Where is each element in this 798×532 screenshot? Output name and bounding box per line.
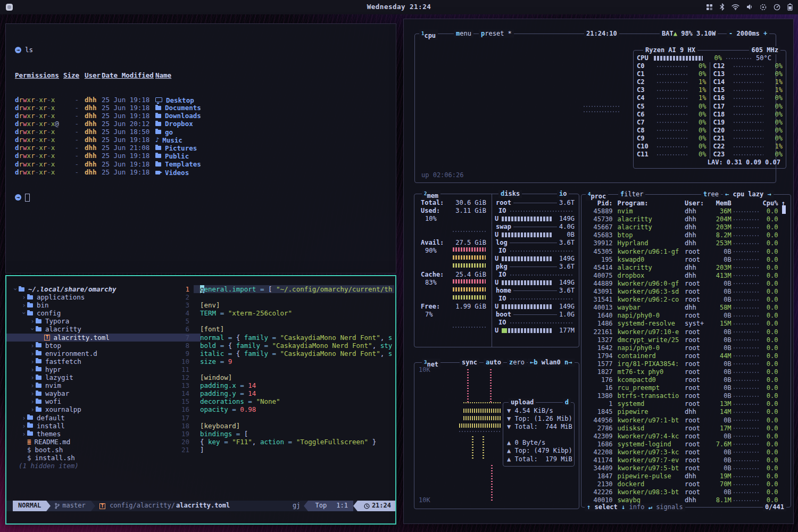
proc-filter-button[interactable]: filter [618,190,645,198]
code-line[interactable]: 17 [6,414,395,422]
net-sync-toggle[interactable]: sync [460,359,479,367]
code-line[interactable]: 13padding.x = 14 [6,381,395,389]
code-line[interactable]: 15decorations = "None" [6,397,395,405]
process-row[interactable]: 1845pipewiredhh14M0.0 [581,408,791,416]
process-row[interactable]: 1577irq/81-PIXA3854:root0B0.0 [581,360,791,368]
process-row[interactable]: 34409kworker/u97:5-btroot0B0.0 [581,464,791,472]
net-zero-toggle[interactable]: zero [507,359,527,367]
process-row[interactable]: 45889nvimdhh36M0.0 [581,207,791,215]
cpu-core-row: C160% [710,94,786,102]
process-row[interactable]: 45305kworker/u96:1-gfroot0B0.0 [581,248,791,256]
updates-icon[interactable] [706,4,713,11]
process-row[interactable]: 1794containerdroot44M0.0 [581,352,791,360]
code-line[interactable]: 6[font] [6,325,395,333]
io-label[interactable]: io [557,190,569,198]
process-row[interactable]: 42309kworker/u97:4-kcroot0B0.0 [581,433,791,440]
process-row[interactable]: 1640napi/phy0-0root0B0.0 [581,312,791,320]
cpu-core-row: C10% [634,70,710,78]
volume-icon[interactable] [746,4,753,10]
net-graph-band [463,416,501,420]
process-row[interactable]: 1642napi/phy0-0root0B0.0 [581,344,791,352]
ls-file-row: drwxr-xr-x-dhh25 Jun 19:18Public [15,152,390,160]
code-line[interactable]: 21] [6,446,395,454]
code-line[interactable]: 12[window] [6,373,395,381]
monitor-icon [155,97,162,102]
code-line[interactable]: 7normal = { family = "CaskaydiaMono Nerd… [6,334,395,342]
cpu-total-meter [654,56,703,61]
tab-cpu[interactable]: 1cpu [419,30,438,40]
process-row[interactable]: 44889kworker/u96:0-gfroot0B0.0 [581,280,791,288]
file-path-segment: T config/alacritty/alacritty.toml [91,501,230,511]
neovim-window[interactable]: ›~/.local/share/omarchy›applications›bin… [5,275,396,525]
terminal-window-ls[interactable]: →ls PermissionsSizeUserDate ModifiedName… [5,23,396,273]
wifi-icon[interactable] [732,4,739,10]
code-line[interactable]: 11 [6,365,395,373]
net-interface-switcher[interactable]: ←b wlan0 n→ [528,359,575,367]
proc-sort-control[interactable]: ← cpu lazy → [723,190,774,198]
code-line[interactable]: 1general.import = [ "~/.config/omarchy/c… [6,285,395,293]
process-row[interactable]: 43091kworker/u96:3-sdroot0B0.0 [581,288,791,296]
process-row[interactable]: 1847pipewire-pulsedhh19M0.0 [581,472,791,480]
record-icon[interactable] [760,4,767,11]
cursor-position: 1:1 [336,502,348,510]
cpu-core-row: C110% [634,151,710,159]
process-row[interactable]: 41174kworker/u97:7-evroot0B0.0 [581,456,791,464]
proc-scrollbar[interactable] [782,205,786,214]
process-row[interactable]: 2786udisksdroot17M0.0 [581,425,791,433]
net-auto-toggle[interactable]: auto [484,359,503,367]
process-row[interactable]: 1486systemd-resolvesyst+15M0.0 [581,320,791,328]
code-line[interactable]: 3[env] [6,301,395,309]
process-row[interactable]: 22161kworker/u97:10-eroot0B0.0 [581,328,791,336]
code-line[interactable]: 2 [6,293,395,301]
process-row[interactable]: 31541kworker/u96:2-coroot0B0.0 [581,296,791,304]
code-line[interactable]: 16opacity = 0.98 [6,405,395,413]
update-interval-control[interactable]: - 2000ms + [727,30,769,38]
process-row[interactable]: 39912Hyprlanddhh253M0.0 [581,239,791,247]
load-average: LAV: 0.31 0.09 0.07 [634,159,786,167]
tree-item-install.sh[interactable]: $install.sh [6,454,182,462]
process-row[interactable]: 1327dmcrypt_write/25root0B0.0 [581,336,791,344]
process-row[interactable]: 2130dockerdroot70M0.0 [581,480,791,488]
code-line[interactable]: 20{ key = "F11", action = "ToggleFullscr… [6,438,395,446]
process-row[interactable]: 1827mt76-tx phy0root0B0.0 [581,368,791,376]
code-line[interactable]: 4TERM = "xterm-256color" [6,309,395,317]
process-row[interactable]: 42208kworker/u97:3-kcroot0B0.0 [581,448,791,456]
net-upload-spike [483,436,484,460]
cpu-core-row: C50% [634,103,710,111]
process-row[interactable]: 40013waybardhh58M0.0 [581,304,791,312]
gauge-icon[interactable] [774,4,780,11]
process-row[interactable]: 195kswapd0root0B0.0 [581,256,791,264]
btop-window[interactable]: 1cpu menu preset * 21:24:10 BAT▲ 98% 3.1… [403,19,794,524]
bluetooth-icon[interactable] [720,3,725,11]
git-branch-segment[interactable]: master [46,501,90,511]
battery-icon[interactable] [787,3,793,11]
process-row[interactable]: 45414alacrittydhh203M0.0 [581,264,791,272]
proc-tree-toggle[interactable]: tree [701,190,721,198]
code-line[interactable]: 9italic = { family = "CaskaydiaMono Nerd… [6,350,395,358]
editor-buffer[interactable]: 1general.import = [ "~/.config/omarchy/c… [6,285,395,454]
code-line[interactable]: 14padding.y = 14 [6,389,395,397]
process-row[interactable]: 44956kworker/u97:1-btroot0B0.0 [581,417,791,425]
process-row[interactable]: 45683btopdhh8.2M0.0 [581,231,791,239]
process-row[interactable]: 1380btrfs-transactioroot0B0.0 [581,392,791,400]
process-row[interactable]: 16rcu_preemptroot0B0.0 [581,384,791,392]
process-row[interactable]: 1systemdroot13M0.0 [581,400,791,408]
process-row[interactable]: 45667alacrittydhh203M0.0 [581,223,791,231]
disks-label[interactable]: disks [498,190,522,198]
process-row[interactable]: 45730alacrittydhh204M0.0 [581,215,791,223]
code-line[interactable]: 18[keyboard] [6,422,395,430]
cpu-core-row: C21% [634,78,710,86]
disk-row-home: home3.6T [496,287,575,295]
code-line[interactable]: 8bold = { family = "CaskaydiaMono Nerd F… [6,342,395,350]
menu-button[interactable]: menu [454,30,473,38]
code-line[interactable]: 19bindings = [ [6,430,395,438]
process-row[interactable]: 1686systemd-logindroot7.6M0.0 [581,440,791,448]
process-row[interactable]: 40075dropboxdhh413M0.0 [581,272,791,280]
code-line[interactable]: 10size = 9 [6,358,395,365]
preset-button[interactable]: preset * [479,30,514,38]
shell-prompt-empty[interactable]: → [15,194,390,202]
code-line[interactable]: 5 [6,317,395,325]
tab-proc[interactable]: 4proc [586,190,608,201]
process-row[interactable]: 42226kworker/u98:3-btroot0B0.0 [581,488,791,496]
process-row[interactable]: 176kcompactd0root0B0.0 [581,376,791,384]
